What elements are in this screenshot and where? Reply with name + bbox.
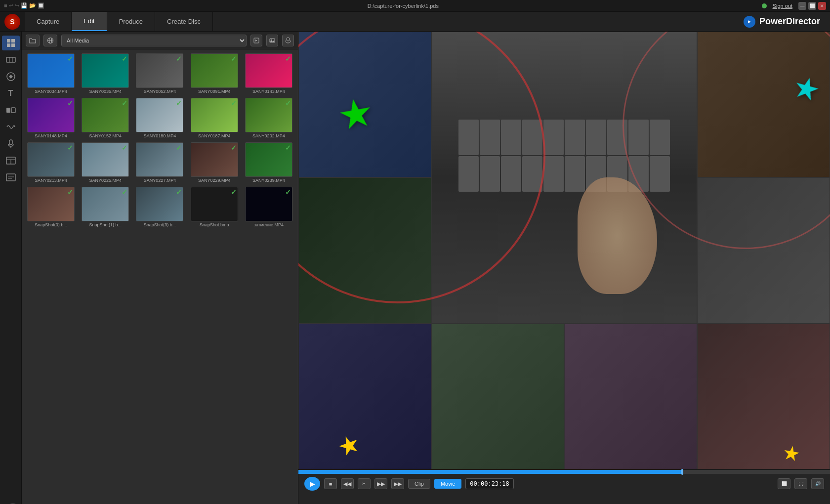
tab-create-disc[interactable]: Create Disc — [155, 12, 213, 31]
preview-area: ★ ★ ★ ★ ▶ ■ ◀◀ ✂ ▶▶ ▶▶ Clip Movie 00:00 — [298, 32, 830, 504]
volume-button[interactable]: 🔊 — [811, 478, 824, 489]
svg-rect-9 — [11, 108, 15, 113]
titlebar: ■ ↩ ↪ 💾 📂 🔲 D:\capture-for-cyberlink\1.p… — [0, 0, 830, 12]
svg-rect-8 — [6, 108, 10, 113]
window-controls: — ⬜ ✕ — [798, 2, 826, 10]
tab-produce[interactable]: Produce — [107, 12, 155, 31]
media-item[interactable]: ✓ SnapShot.bmp — [189, 187, 240, 227]
sidebar-tool-clip[interactable] — [2, 52, 20, 67]
svg-rect-25 — [287, 38, 290, 41]
sidebar-tool-subtitle[interactable] — [2, 170, 20, 185]
svg-marker-22 — [255, 40, 257, 42]
sidebar: T — [0, 32, 22, 504]
sign-out-link[interactable]: Sign out — [773, 3, 792, 9]
preview-progress-fill — [298, 470, 681, 474]
svg-rect-1 — [11, 39, 15, 42]
media-item[interactable]: ✓ SANY0225.MP4 — [80, 142, 130, 183]
tab-capture[interactable]: Capture — [25, 12, 72, 31]
media-item[interactable]: ✓ SANY0187.MP4 — [189, 98, 240, 138]
split-button[interactable]: ✂ — [358, 478, 371, 489]
media-item[interactable]: ✓ SANY0239.MP4 — [244, 142, 294, 183]
media-item[interactable]: ✓ SANY0229.MP4 — [189, 142, 240, 183]
fast-forward-button[interactable]: ▶▶ — [391, 478, 404, 489]
open-folder-button[interactable] — [26, 35, 40, 46]
media-toolbar: All Media Video Photo Audio — [22, 32, 298, 49]
movie-mode-button[interactable]: Movie — [434, 479, 461, 489]
timecode-display: 00:00:23:18 — [465, 478, 513, 489]
svg-rect-4 — [6, 57, 15, 62]
play-button[interactable]: ▶ — [304, 477, 320, 491]
media-item[interactable]: ✓ SnapShot(0).b... — [26, 187, 76, 227]
nav-tabs: Capture Edit Produce Create Disc — [25, 12, 744, 31]
svg-rect-3 — [11, 43, 15, 47]
import-video-button[interactable] — [250, 35, 262, 46]
preview-controls: ▶ ■ ◀◀ ✂ ▶▶ ▶▶ Clip Movie 00:00:23:18 ⬜ … — [298, 469, 830, 504]
preview-viewport: ★ ★ ★ ★ — [298, 32, 830, 469]
media-item[interactable]: ✓ SANY0227.MP4 — [134, 142, 185, 183]
brand-name: PowerDirector — [759, 16, 820, 27]
app-brand: ► PowerDirector — [744, 12, 830, 31]
media-item[interactable]: ✓ SANY0180.MP4 — [134, 98, 185, 138]
fullscreen-button[interactable]: ⛶ — [794, 478, 807, 489]
preview-progress-thumb[interactable] — [681, 469, 683, 475]
sidebar-tool-voice[interactable] — [2, 136, 20, 151]
media-filter-select[interactable]: All Media Video Photo Audio — [61, 35, 247, 46]
media-item[interactable]: ✓ SANY0148.MP4 — [26, 98, 76, 138]
online-indicator — [762, 3, 767, 8]
media-item[interactable]: ✓ SANY0034.MP4 — [26, 53, 76, 94]
media-item[interactable]: ✓ SANY0202.MP4 — [244, 98, 294, 138]
title-path: D:\capture-for-cyberlink\1.pds — [368, 3, 439, 9]
svg-rect-15 — [6, 174, 15, 181]
media-item[interactable]: ✓ SANY0152.MP4 — [80, 98, 130, 138]
close-button[interactable]: ✕ — [818, 2, 826, 10]
logo-icon: S — [4, 14, 20, 30]
prev-frame-button[interactable]: ◀◀ — [341, 478, 354, 489]
brand-icon: ► — [744, 16, 755, 28]
svg-rect-0 — [7, 39, 10, 42]
stop-button[interactable]: ■ — [324, 478, 337, 489]
media-item[interactable]: ✓ SnapShot(1).b... — [80, 187, 130, 227]
sidebar-tool-titles[interactable]: T — [2, 86, 20, 101]
media-item[interactable]: ✓ SANY0035.MP4 — [80, 53, 130, 94]
sidebar-tool-media[interactable] — [2, 36, 20, 50]
next-frame-button[interactable]: ▶▶ — [374, 478, 387, 489]
sidebar-tool-audio[interactable] — [2, 120, 20, 134]
media-item[interactable]: ✓ SANY0052.MP4 — [134, 53, 185, 94]
minimize-button[interactable]: — — [798, 2, 806, 10]
tab-edit[interactable]: Edit — [72, 12, 107, 31]
app-logo: S — [0, 12, 25, 31]
import-photo-button[interactable] — [266, 35, 278, 46]
clip-mode-button[interactable]: Clip — [408, 479, 430, 489]
media-item[interactable]: ✓ SANY0143.MP4 — [244, 53, 294, 94]
internet-button[interactable] — [43, 35, 57, 46]
import-audio-button[interactable] — [282, 35, 294, 46]
navbar: S Capture Edit Produce Create Disc ► Pow… — [0, 12, 830, 32]
preview-buttons-row: ▶ ■ ◀◀ ✂ ▶▶ ▶▶ Clip Movie 00:00:23:18 ⬜ … — [298, 474, 830, 494]
sidebar-tool-effects[interactable] — [2, 69, 20, 84]
restore-button[interactable]: ⬜ — [808, 2, 816, 10]
aspect-ratio-button[interactable]: ⬜ — [778, 478, 790, 489]
media-panel: All Media Video Photo Audio ✓ SANY0034.M… — [22, 32, 298, 504]
media-item[interactable]: ✓ затмение.MP4 — [244, 187, 294, 227]
media-item[interactable]: ✓ SANY0213.MP4 — [26, 142, 76, 183]
preview-progress-bar[interactable] — [298, 470, 830, 474]
main-area: T All Media Video — [0, 32, 830, 504]
sidebar-tool-transitions[interactable] — [2, 103, 20, 118]
svg-rect-2 — [7, 43, 10, 47]
media-item[interactable]: ✓ SnapShot(3).b... — [134, 187, 185, 227]
svg-rect-10 — [9, 140, 12, 145]
media-grid: ✓ SANY0034.MP4 ✓ SANY0035.MP4 ✓ SANY0052… — [22, 49, 298, 504]
media-item[interactable]: ✓ SANY0091.MP4 — [189, 53, 240, 94]
sidebar-tool-chapters[interactable] — [2, 153, 20, 168]
